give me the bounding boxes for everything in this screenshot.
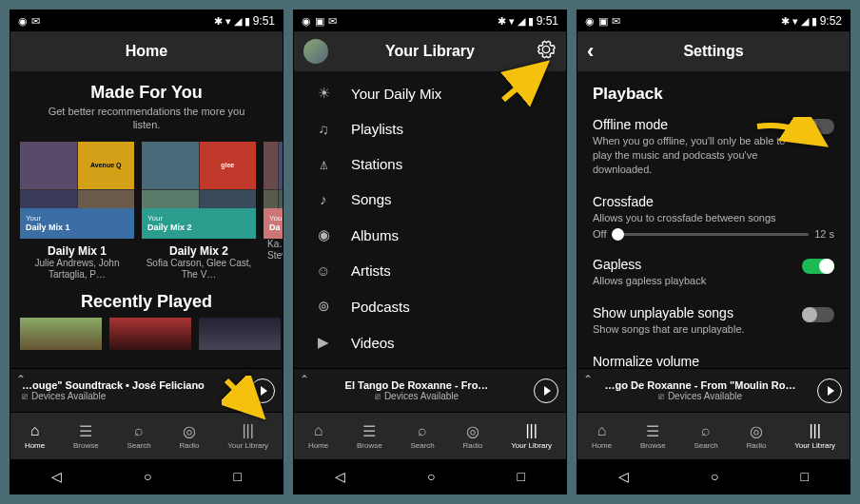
phone-library: ◉ ▣ ✉ ✱ ▾ ◢ ▮ 9:51 Your Library ☀Your Da… bbox=[293, 10, 567, 494]
lib-songs[interactable]: ♪Songs bbox=[294, 182, 566, 217]
settings-content: Playback Offline mode When you go offlin… bbox=[577, 71, 850, 368]
nav-browse[interactable]: ☰Browse bbox=[357, 422, 382, 450]
home-icon: ⌂ bbox=[314, 422, 323, 439]
android-back[interactable]: ◁ bbox=[335, 469, 345, 484]
devices-available[interactable]: Devices Available bbox=[384, 391, 459, 401]
bottom-nav: ⌂Home ☰Browse ⌕Search ◎Radio |||Your Lib… bbox=[10, 412, 283, 459]
library-content: ☀Your Daily Mix ♫Playlists ⍋Stations ♪So… bbox=[294, 71, 566, 368]
battery-icon: ▮ bbox=[528, 15, 534, 28]
settings-button[interactable] bbox=[536, 39, 557, 64]
chevron-up-icon[interactable]: ⌃ bbox=[583, 373, 593, 386]
settings-section-playback: Playback bbox=[593, 85, 834, 104]
now-playing-bar[interactable]: ⌃ …ouge" Soundtrack • José Feliciano ⎚De… bbox=[10, 368, 283, 412]
chevron-up-icon[interactable]: ⌃ bbox=[16, 373, 26, 386]
daily-mix-card[interactable]: glee Your Daily Mix 2 Daily Mix 2 Sofia … bbox=[142, 142, 256, 281]
nav-home[interactable]: ⌂Home bbox=[25, 422, 45, 450]
lib-daily-mix[interactable]: ☀Your Daily Mix bbox=[294, 75, 566, 111]
nav-library[interactable]: |||Your Library bbox=[794, 422, 835, 450]
status-bar: ◉ ✉ ✱ ▾ ◢ ▮ 9:51 bbox=[10, 10, 283, 31]
slider-min-label: Off bbox=[593, 228, 606, 240]
lib-videos[interactable]: ▶Videos bbox=[294, 324, 566, 360]
page-title: Your Library bbox=[385, 43, 475, 60]
nav-browse[interactable]: ☰Browse bbox=[640, 422, 666, 450]
setting-unplayable: Show unplayable songs Show songs that ar… bbox=[593, 305, 834, 337]
back-button[interactable]: ‹ bbox=[587, 39, 594, 64]
nav-search[interactable]: ⌕Search bbox=[410, 422, 434, 450]
library-icon: ||| bbox=[242, 422, 253, 439]
header: ‹ Settings bbox=[577, 31, 850, 71]
lib-albums[interactable]: ◉Albums bbox=[294, 217, 566, 253]
play-button[interactable] bbox=[534, 378, 558, 403]
devices-available[interactable]: Devices Available bbox=[668, 391, 742, 401]
now-playing-title: El Tango De Roxanne - Fro… bbox=[305, 379, 528, 391]
android-back[interactable]: ◁ bbox=[618, 469, 629, 484]
nav-radio[interactable]: ◎Radio bbox=[747, 422, 767, 450]
now-playing-bar[interactable]: ⌃ El Tango De Roxanne - Fro… ⎚Devices Av… bbox=[294, 368, 566, 412]
video-icon: ▶ bbox=[313, 334, 334, 351]
nav-home[interactable]: ⌂Home bbox=[592, 422, 612, 450]
daily-mixes-row[interactable]: Avenue Q Your Daily Mix 1 Daily Mix 1 Ju… bbox=[10, 142, 283, 281]
mix-artists: Sofia Carson, Glee Cast, The V… bbox=[142, 258, 256, 281]
gapless-toggle[interactable] bbox=[802, 259, 834, 274]
crossfade-slider[interactable] bbox=[612, 233, 809, 236]
devices-icon: ⎚ bbox=[658, 391, 664, 401]
now-playing-bar[interactable]: ⌃ …go De Roxanne - From "Moulin Ro… ⎚Dev… bbox=[577, 368, 850, 412]
recently-played-card[interactable] bbox=[199, 318, 281, 350]
daily-mix-card[interactable]: Avenue Q Your Daily Mix 1 Daily Mix 1 Ju… bbox=[20, 142, 134, 281]
setting-gapless: Gapless Allows gapless playback bbox=[593, 257, 834, 288]
library-icon: ||| bbox=[809, 422, 820, 439]
browse-icon: ☰ bbox=[79, 422, 92, 439]
battery-icon: ▮ bbox=[244, 15, 250, 28]
play-button[interactable] bbox=[250, 378, 275, 403]
nav-radio[interactable]: ◎Radio bbox=[463, 422, 483, 450]
note-icon: ♫ bbox=[313, 121, 334, 137]
avatar[interactable] bbox=[303, 39, 328, 64]
android-nav: ◁ ○ □ bbox=[577, 459, 850, 494]
phone-home: ◉ ✉ ✱ ▾ ◢ ▮ 9:51 Home Made For You Get b… bbox=[10, 10, 283, 494]
lib-playlists[interactable]: ♫Playlists bbox=[294, 111, 566, 146]
recently-played-card[interactable] bbox=[20, 318, 102, 350]
android-recent[interactable]: □ bbox=[518, 469, 525, 484]
lib-podcasts[interactable]: ⊚Podcasts bbox=[294, 288, 566, 324]
android-recent[interactable]: □ bbox=[234, 469, 242, 484]
unplayable-toggle[interactable] bbox=[802, 307, 834, 322]
wifi-icon: ▾ bbox=[225, 15, 231, 28]
lib-artists[interactable]: ☺Artists bbox=[294, 253, 566, 288]
outlook-status-icon: ✉ bbox=[328, 15, 337, 28]
nav-search[interactable]: ⌕Search bbox=[127, 422, 150, 450]
devices-available[interactable]: Devices Available bbox=[31, 391, 106, 401]
clock: 9:51 bbox=[537, 14, 558, 28]
home-icon: ⌂ bbox=[597, 422, 607, 439]
android-back[interactable]: ◁ bbox=[51, 469, 62, 484]
android-recent[interactable]: □ bbox=[801, 469, 809, 484]
android-home[interactable]: ○ bbox=[144, 469, 151, 484]
nav-search[interactable]: ⌕Search bbox=[694, 422, 717, 450]
screenshot-status-icon: ▣ bbox=[315, 15, 324, 28]
home-icon: ⌂ bbox=[30, 422, 40, 439]
nav-library[interactable]: |||Your Library bbox=[511, 422, 552, 450]
chevron-up-icon[interactable]: ⌃ bbox=[300, 373, 309, 386]
recently-played-row[interactable] bbox=[10, 318, 283, 350]
page-title: Settings bbox=[683, 43, 743, 60]
spotify-status-icon: ◉ bbox=[585, 15, 595, 28]
gear-icon bbox=[536, 39, 557, 60]
nav-library[interactable]: |||Your Library bbox=[227, 422, 268, 450]
signal-icon: ◢ bbox=[801, 15, 809, 28]
android-home[interactable]: ○ bbox=[711, 469, 718, 484]
songs-icon: ♪ bbox=[313, 191, 334, 207]
offline-mode-toggle[interactable] bbox=[802, 119, 834, 134]
android-home[interactable]: ○ bbox=[427, 469, 435, 484]
nav-home[interactable]: ⌂Home bbox=[308, 422, 328, 450]
nav-radio[interactable]: ◎Radio bbox=[180, 422, 200, 450]
play-button[interactable] bbox=[817, 378, 842, 403]
radio-icon: ◎ bbox=[183, 422, 196, 439]
daily-mix-card[interactable]: Your Da Ka… Stev… bbox=[264, 142, 283, 281]
recently-played-card[interactable] bbox=[109, 318, 191, 350]
radio-icon: ◎ bbox=[750, 422, 763, 439]
artist-icon: ☺ bbox=[313, 262, 334, 279]
outlook-status-icon: ✉ bbox=[612, 15, 620, 28]
clock: 9:51 bbox=[253, 14, 275, 28]
lib-stations[interactable]: ⍋Stations bbox=[294, 146, 566, 182]
browse-icon: ☰ bbox=[646, 422, 659, 439]
nav-browse[interactable]: ☰Browse bbox=[73, 422, 99, 450]
